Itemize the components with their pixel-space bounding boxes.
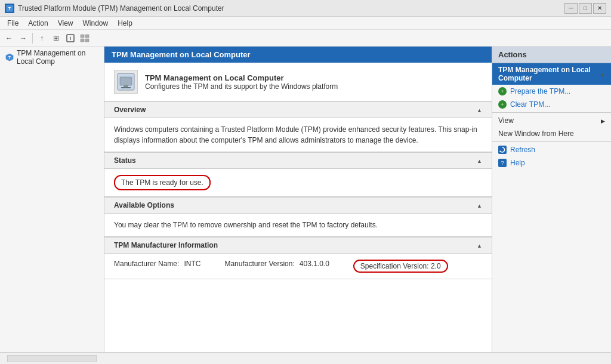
action-new-window[interactable]: New Window from Here	[492, 127, 611, 140]
status-text: The TPM is ready for use.	[121, 178, 203, 187]
content-header: TPM Management on Local Computer	[104, 47, 492, 63]
toolbar-separator-1	[32, 33, 33, 44]
show-hide-button[interactable]: ⊞	[50, 32, 63, 45]
actions-section-toggle[interactable]	[600, 71, 605, 78]
clear-tpm-icon: +	[498, 100, 507, 109]
clear-tpm-label: Clear TPM...	[510, 100, 550, 109]
svg-rect-13	[121, 87, 131, 88]
back-button[interactable]: ←	[2, 32, 16, 45]
status-toggle-icon	[477, 156, 482, 165]
svg-text:T: T	[8, 6, 11, 11]
menu-window[interactable]: Window	[78, 18, 113, 29]
section-options-body: You may clear the TPM to remove ownershi…	[104, 214, 492, 236]
action-separator-1	[492, 112, 611, 113]
prepare-tpm-label: Prepare the TPM...	[510, 87, 570, 95]
manufacturer-version: Manufacturer Version: 403.1.0.0	[224, 260, 329, 273]
section-overview-header[interactable]: Overview	[104, 101, 492, 118]
overview-toggle-icon	[477, 106, 482, 114]
action-help[interactable]: ? Help	[492, 156, 611, 169]
status-bar	[0, 352, 611, 364]
menu-action[interactable]: Action	[23, 18, 53, 29]
svg-text:T: T	[8, 55, 11, 60]
section-status-header[interactable]: Status	[104, 152, 492, 169]
section-manufacturer-header[interactable]: TPM Manufacturer Information	[104, 237, 492, 254]
window-controls[interactable]: ─ □ ✕	[564, 3, 606, 14]
view-button[interactable]	[78, 32, 91, 45]
tpm-header-title: TPM Management on Local Computer	[145, 73, 338, 82]
manufacturer-info-body: Manufacturer Name: INTC Manufacturer Ver…	[104, 254, 492, 279]
actions-section-label: TPM Management on Local Computer	[498, 66, 600, 82]
menu-view[interactable]: View	[53, 18, 78, 29]
nav-item-label: TPM Management on Local Comp	[17, 49, 99, 66]
menu-file[interactable]: File	[2, 18, 23, 29]
svg-marker-14	[499, 150, 501, 152]
window-title: Trusted Platform Module (TPM) Management…	[18, 4, 224, 13]
spec-version-badge: Specification Version: 2.0	[353, 260, 448, 273]
section-overview-title: Overview	[114, 106, 146, 114]
action-view[interactable]: View	[492, 114, 611, 127]
action-separator-2	[492, 141, 611, 142]
tpm-header-info: TPM Management on Local Computer Configu…	[145, 73, 338, 91]
spec-version: Specification Version: 2.0	[353, 260, 448, 273]
section-manufacturer-title: TPM Manufacturer Information	[114, 241, 218, 249]
right-panel: Actions TPM Management on Local Computer…	[492, 47, 611, 352]
refresh-icon	[498, 146, 507, 154]
forward-button[interactable]: →	[17, 32, 30, 45]
refresh-label: Refresh	[510, 146, 535, 154]
svg-text:i: i	[70, 35, 72, 41]
svg-rect-5	[85, 35, 89, 38]
tpm-nav-icon: T	[5, 53, 14, 62]
section-status: Status The TPM is ready for use.	[104, 152, 492, 197]
section-manufacturer: TPM Manufacturer Information Manufacture…	[104, 237, 492, 279]
restore-button[interactable]: □	[579, 3, 592, 14]
properties-button[interactable]: i	[64, 32, 77, 45]
section-available-options: Available Options You may clear the TPM …	[104, 197, 492, 237]
manufacturer-name: Manufacturer Name: INTC	[114, 260, 200, 273]
content-body: TPM Management on Local Computer Configu…	[104, 63, 492, 279]
section-options-title: Available Options	[114, 201, 174, 209]
overview-text: Windows computers containing a Trusted P…	[114, 125, 477, 144]
options-toggle-icon	[477, 201, 482, 209]
section-options-header[interactable]: Available Options	[104, 197, 492, 214]
manufacturer-version-value: 403.1.0.0	[300, 260, 329, 273]
section-status-body: The TPM is ready for use.	[104, 169, 492, 196]
help-icon: ?	[498, 159, 507, 167]
status-badge: The TPM is ready for use.	[114, 175, 211, 190]
new-window-label: New Window from Here	[498, 129, 574, 138]
section-overview-body: Windows computers containing a Trusted P…	[104, 118, 492, 152]
action-clear-tpm[interactable]: + Clear TPM...	[492, 98, 611, 111]
minimize-button[interactable]: ─	[564, 3, 578, 14]
action-prepare-tpm[interactable]: + Prepare the TPM...	[492, 85, 611, 98]
app-icon: T	[5, 4, 14, 13]
title-bar: T Trusted Platform Module (TPM) Manageme…	[0, 0, 611, 17]
close-button[interactable]: ✕	[593, 3, 606, 14]
svg-rect-6	[81, 39, 84, 42]
toolbar: ← → ↑ ⊞ i	[0, 30, 611, 47]
options-text: You may clear the TPM to remove ownershi…	[114, 221, 378, 229]
actions-header: Actions	[492, 47, 611, 63]
section-status-title: Status	[114, 156, 136, 165]
spec-version-value: 2.0	[431, 262, 441, 270]
content-panel: TPM Management on Local Computer TPM Man…	[104, 47, 492, 352]
left-panel: T TPM Management on Local Comp	[0, 47, 104, 352]
nav-item-tpm[interactable]: T TPM Management on Local Comp	[0, 47, 104, 68]
status-scrollbar[interactable]	[7, 355, 97, 362]
action-refresh[interactable]: Refresh	[492, 143, 611, 156]
tpm-header-description: Configures the TPM and its support by th…	[145, 82, 338, 91]
manufacturer-toggle-icon	[477, 241, 482, 249]
tpm-header-icon	[114, 70, 138, 94]
menu-help[interactable]: Help	[113, 18, 137, 29]
menu-bar: File Action View Window Help	[0, 17, 611, 30]
manufacturer-name-value: INTC	[184, 260, 200, 273]
main-container: T TPM Management on Local Comp TPM Manag…	[0, 47, 611, 352]
svg-rect-11	[120, 77, 132, 85]
view-arrow-icon	[601, 116, 605, 125]
manufacturer-name-label: Manufacturer Name:	[114, 260, 179, 273]
view-label: View	[498, 116, 514, 125]
manufacturer-version-label: Manufacturer Version:	[224, 260, 294, 273]
svg-rect-4	[81, 35, 84, 38]
svg-rect-7	[85, 39, 89, 42]
prepare-tpm-icon: +	[498, 87, 507, 95]
spec-version-label: Specification Version:	[360, 262, 429, 270]
up-button[interactable]: ↑	[35, 32, 48, 45]
